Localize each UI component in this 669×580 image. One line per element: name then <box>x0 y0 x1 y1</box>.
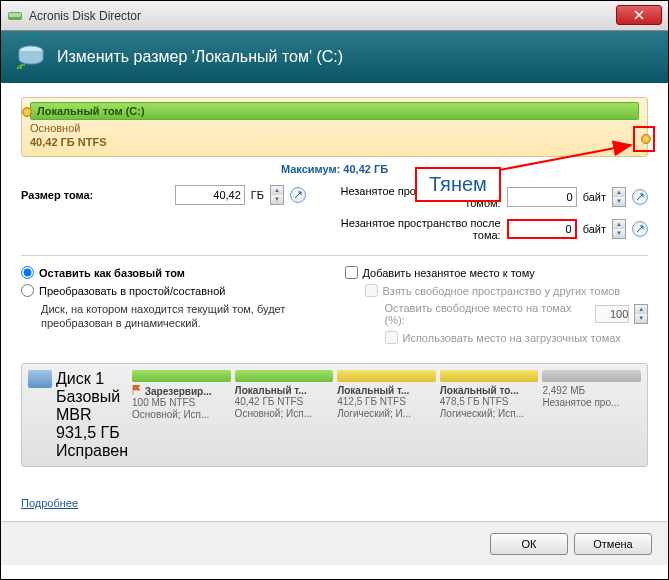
space-after-unit: байт <box>583 223 606 235</box>
close-icon <box>634 10 644 20</box>
space-after-max-button[interactable] <box>632 221 648 237</box>
annotation-label: Тянем <box>415 167 501 202</box>
dialog-window: Acronis Disk Director Изменить размер 'Л… <box>0 0 669 580</box>
close-button[interactable] <box>616 5 662 25</box>
partition-sub: Основной; Исп... <box>235 408 334 420</box>
disk-sub: Базовый MBR <box>56 388 128 424</box>
leave-free-input <box>595 305 629 323</box>
use-boot-checkbox: Использовать место на загрузочных томах <box>345 331 649 344</box>
annotation-highlight-handle <box>633 126 655 152</box>
partition-title: Локальный т... <box>337 385 436 396</box>
disk-header-block[interactable]: Диск 1 Базовый MBR 931,5 ГБ Исправен <box>28 370 128 460</box>
volume-name: Локальный том (C:) <box>37 105 145 117</box>
svg-rect-1 <box>9 13 21 17</box>
partition-block[interactable]: Зарезервир... 100 МБ NTFS Основной; Исп.… <box>132 370 231 460</box>
convert-note: Диск, на котором находится текущий том, … <box>21 302 325 331</box>
disk-resize-icon <box>15 41 47 73</box>
add-unalloc-checkbox[interactable]: Добавить незанятое место к тому <box>345 266 649 279</box>
volume-size-spinner[interactable]: ▲▼ <box>270 185 284 205</box>
maximize-size-button[interactable] <box>290 187 306 203</box>
leave-free-spinner: ▲▼ <box>634 304 648 324</box>
partition-sub: Логический; Исп... <box>440 408 539 420</box>
partition-sub: 40,42 ГБ NTFS <box>235 396 334 408</box>
slider-handle-left[interactable] <box>22 107 32 117</box>
partition-title: Зарезервир... <box>132 385 231 397</box>
leave-free-row: Оставить свободное место на томах (%): ▲… <box>345 302 649 326</box>
partition-bar <box>132 370 231 382</box>
space-after-label: Незанятое пространство после тома: <box>318 217 501 241</box>
volume-size-input[interactable] <box>175 185 245 205</box>
leave-free-label: Оставить свободное место на томах (%): <box>385 302 591 326</box>
more-link[interactable]: Подробнее <box>21 497 78 509</box>
expand-icon <box>294 191 302 199</box>
expand-icon <box>636 193 644 201</box>
space-before-unit: байт <box>583 191 606 203</box>
disk-sub: Исправен <box>56 442 128 460</box>
volume-type-label: Основной <box>30 122 639 134</box>
partition-title: Локальный т... <box>235 385 334 396</box>
dialog-header: Изменить размер 'Локальный том' (C:) <box>1 31 668 83</box>
partition-block[interactable]: 2,492 МБ Незанятое про... <box>542 370 641 460</box>
convert-radio[interactable]: Преобразовать в простой/составной <box>21 284 325 297</box>
volume-slider-area: Локальный том (C:) Основной 40,42 ГБ NTF… <box>21 97 648 157</box>
partition-sub: Незанятое про... <box>542 397 641 409</box>
take-free-label: Взять свободное пространство у других то… <box>383 285 621 297</box>
ok-button[interactable]: ОК <box>490 533 568 555</box>
partition-bar <box>235 370 334 382</box>
partition-bar <box>440 370 539 382</box>
disk-sub: 931,5 ГБ <box>56 424 128 442</box>
partition-bar <box>337 370 436 382</box>
flag-icon <box>132 385 142 395</box>
titlebar[interactable]: Acronis Disk Director <box>1 1 668 31</box>
use-boot-label: Использовать место на загрузочных томах <box>403 332 621 344</box>
volume-slider-bar[interactable]: Локальный том (C:) <box>30 102 639 120</box>
space-before-input[interactable] <box>507 187 577 207</box>
partition-block[interactable]: Локальный т... 40,42 ГБ NTFS Основной; И… <box>235 370 334 460</box>
partition-bar <box>542 370 641 382</box>
disk-icon <box>28 370 52 388</box>
cancel-button[interactable]: Отмена <box>574 533 652 555</box>
partition-sub: 2,492 МБ <box>542 385 641 397</box>
space-after-spinner[interactable]: ▲▼ <box>612 219 626 239</box>
convert-label: Преобразовать в простой/составной <box>39 285 225 297</box>
partition-block[interactable]: Локальный то... 478,5 ГБ NTFS Логический… <box>440 370 539 460</box>
app-icon <box>7 8 23 24</box>
disk-layout-strip: Диск 1 Базовый MBR 931,5 ГБ Исправен Зар… <box>21 363 648 467</box>
keep-basic-label: Оставить как базовый том <box>39 267 185 279</box>
convert-radio-input[interactable] <box>21 284 34 297</box>
space-after-input[interactable] <box>507 219 577 239</box>
partition-sub: 478,5 ГБ NTFS <box>440 396 539 408</box>
volume-size-field-label: Размер тома: <box>21 189 169 201</box>
expand-icon <box>636 225 644 233</box>
volume-size-unit: ГБ <box>251 189 264 201</box>
space-before-max-button[interactable] <box>632 189 648 205</box>
divider <box>21 255 648 256</box>
partition-block[interactable]: Локальный т... 412,5 ГБ NTFS Логический;… <box>337 370 436 460</box>
partition-sub: Основной; Исп... <box>132 409 231 421</box>
disk-title: Диск 1 <box>56 370 128 388</box>
partition-sub: 100 МБ NTFS <box>132 397 231 409</box>
partition-title: Локальный то... <box>440 385 539 396</box>
take-free-checkbox: Взять свободное пространство у других то… <box>345 284 649 297</box>
window-title: Acronis Disk Director <box>29 9 616 23</box>
maximum-size-label: Максимум: 40,42 ГБ <box>21 163 648 175</box>
options-area: Оставить как базовый том Преобразовать в… <box>21 266 648 349</box>
keep-basic-radio-input[interactable] <box>21 266 34 279</box>
take-free-checkbox-input <box>365 284 378 297</box>
partition-sub: Логический; И... <box>337 408 436 420</box>
size-fields: Размер тома: ГБ ▲▼ Незанятое пространств… <box>21 185 648 249</box>
dialog-content: Локальный том (C:) Основной 40,42 ГБ NTF… <box>1 83 668 521</box>
dialog-title: Изменить размер 'Локальный том' (C:) <box>57 48 343 66</box>
partition-sub: 412,5 ГБ NTFS <box>337 396 436 408</box>
add-unalloc-checkbox-input[interactable] <box>345 266 358 279</box>
dialog-footer: ОК Отмена <box>1 521 668 565</box>
volume-size-label: 40,42 ГБ NTFS <box>30 136 639 148</box>
keep-basic-radio[interactable]: Оставить как базовый том <box>21 266 325 279</box>
add-unalloc-label: Добавить незанятое место к тому <box>363 267 535 279</box>
space-before-spinner[interactable]: ▲▼ <box>612 187 626 207</box>
use-boot-checkbox-input <box>385 331 398 344</box>
